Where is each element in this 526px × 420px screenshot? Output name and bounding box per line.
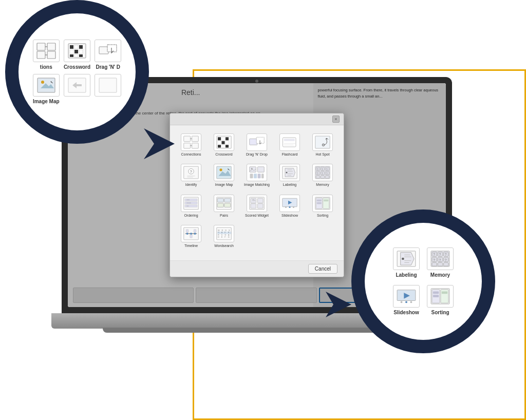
svg-rect-122 (194, 230, 196, 233)
svg-rect-26 (192, 143, 199, 148)
svg-point-118 (190, 233, 192, 235)
svg-text:?: ? (439, 258, 441, 262)
svg-rect-10 (70, 50, 73, 53)
widget-label-flashcard: Flashcard (282, 152, 298, 157)
svg-rect-8 (74, 45, 78, 49)
widget-labeling[interactable]: Labeling (275, 162, 305, 189)
modal-close-button[interactable]: × (332, 116, 340, 123)
svg-rect-33 (218, 141, 221, 144)
widget-connections[interactable]: Connections (176, 131, 206, 159)
zoom-widget-connections: tions (33, 40, 60, 70)
widget-hotspot[interactable]: Hot Spot (308, 131, 337, 159)
svg-rect-15 (79, 54, 83, 57)
widget-imagematching[interactable]: Image Matching (242, 162, 272, 189)
svg-rect-38 (226, 145, 229, 147)
svg-rect-58 (250, 174, 253, 178)
svg-rect-14 (74, 54, 78, 57)
zoom-label-crossword: Crossword (64, 64, 90, 70)
svg-point-106 (285, 206, 287, 208)
svg-point-117 (186, 233, 189, 235)
svg-rect-32 (226, 137, 229, 140)
svg-rect-120 (186, 230, 189, 233)
modal-footer: Cancel (170, 260, 344, 277)
widget-label-sorting: Sorting (317, 214, 328, 218)
widget-label-identify: Identify (185, 183, 197, 187)
svg-rect-59 (254, 174, 257, 178)
svg-rect-95 (224, 203, 231, 207)
svg-point-153 (401, 301, 403, 303)
svg-rect-100 (251, 203, 256, 208)
svg-rect-112 (317, 199, 322, 201)
svg-marker-22 (144, 128, 175, 159)
widget-label-connections: Connections (181, 152, 201, 157)
svg-text:?: ? (444, 252, 446, 257)
widget-label-labeling: Labeling (283, 183, 296, 187)
svg-point-119 (194, 233, 196, 235)
zoom-widget-imagemap-top: Image Map (33, 74, 60, 104)
widget-label-timeline: Timeline (184, 244, 198, 248)
top-circle-arrow (118, 123, 180, 164)
widget-wordsearch[interactable]: W R D S O A E R R C H A D E F G Wordsear… (209, 223, 239, 250)
modal-body: Connections (170, 125, 344, 261)
widget-crossword[interactable]: Crossword (209, 131, 239, 159)
svg-rect-83 (325, 176, 329, 178)
svg-text:?: ? (190, 169, 192, 174)
widget-label-memory: Memory (316, 183, 329, 187)
svg-text:?: ? (317, 168, 318, 171)
zoom-widget-labeling: Labeling (393, 247, 420, 278)
svg-rect-82 (321, 176, 325, 178)
svg-rect-37 (222, 145, 225, 147)
widget-dragndrop[interactable]: Drag 'N' Drop (242, 131, 272, 159)
svg-rect-36 (218, 145, 221, 147)
svg-rect-93 (224, 198, 231, 202)
svg-text:?: ? (433, 252, 435, 257)
svg-rect-3 (47, 51, 55, 59)
widget-sorting[interactable]: Sorting (308, 193, 337, 220)
svg-rect-161 (442, 292, 447, 294)
svg-point-56 (251, 168, 253, 169)
widget-ordering[interactable]: Ordering (176, 193, 206, 220)
svg-point-131 (402, 258, 404, 260)
widget-modal[interactable]: × (170, 113, 344, 278)
zoom-label-slideshow: Slideshow (393, 310, 419, 315)
zoom-widget-blank2 (95, 74, 121, 104)
svg-rect-1 (47, 43, 55, 50)
zoom-widget-crossword: Crossword (64, 40, 90, 70)
svg-rect-34 (222, 141, 225, 144)
widget-identify[interactable]: ? Identify (176, 162, 206, 189)
svg-point-107 (289, 206, 291, 208)
svg-rect-9 (79, 45, 83, 49)
svg-text:?: ? (444, 258, 446, 262)
widget-slideshow[interactable]: Slideshow (275, 193, 305, 220)
widget-pairs[interactable]: Pairs (209, 193, 239, 220)
svg-text:?: ? (326, 172, 328, 175)
widget-memory[interactable]: ? ? ? ? ? (308, 162, 337, 189)
svg-rect-24 (192, 136, 199, 142)
svg-rect-17 (107, 45, 117, 52)
widget-timeline[interactable]: Timeline (176, 223, 206, 250)
svg-rect-60 (258, 174, 261, 178)
zoom-label-connections: tions (40, 64, 52, 70)
svg-rect-21 (99, 78, 117, 92)
svg-rect-31 (222, 137, 225, 140)
svg-text:?: ? (439, 252, 441, 257)
svg-rect-61 (261, 174, 264, 178)
svg-rect-121 (190, 235, 193, 238)
zoom-circle-bottom: Labeling ? ? ? ? ? (351, 209, 495, 353)
widget-scoredwidget[interactable]: Scored Widget (242, 193, 272, 220)
zoom-widget-sorting: Sorting (427, 285, 454, 315)
zoom-widget-dragndrop: Drag 'N' D (95, 40, 121, 70)
svg-rect-39 (250, 139, 257, 145)
widget-label-ordering: Ordering (184, 214, 198, 218)
svg-rect-114 (324, 199, 328, 201)
svg-point-19 (41, 81, 44, 84)
cancel-button[interactable]: Cancel (308, 264, 337, 274)
svg-rect-42 (284, 139, 295, 141)
zoom-label-memory: Memory (430, 272, 450, 278)
laptop-foot (103, 328, 411, 333)
svg-rect-92 (217, 198, 223, 202)
zoom-widget-blank1 (64, 74, 90, 104)
widget-flashcard[interactable]: Flashcard (275, 131, 305, 159)
widget-imagemap[interactable]: Image Map (209, 162, 239, 189)
svg-rect-23 (184, 136, 191, 142)
